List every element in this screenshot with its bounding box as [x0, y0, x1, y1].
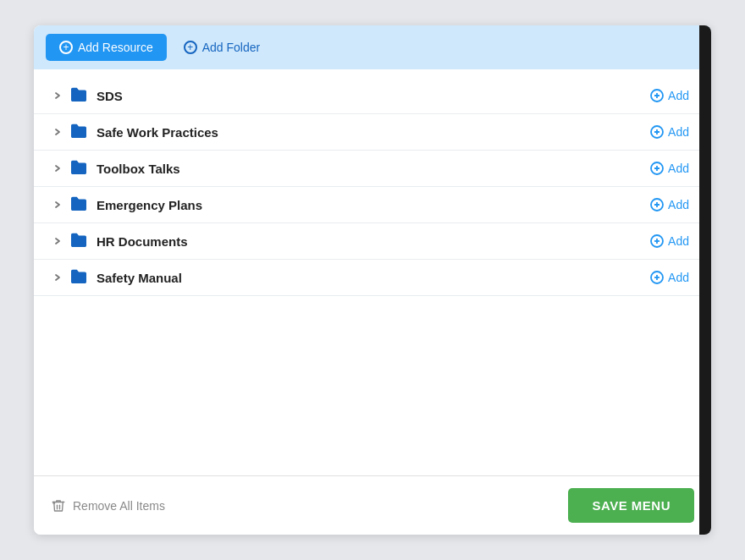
folder-icon — [69, 159, 88, 178]
add-resource-button[interactable]: + Add Resource — [46, 34, 167, 61]
folder-icon — [69, 232, 88, 250]
plus-circle-icon: + — [59, 41, 73, 54]
add-label: Add — [668, 271, 689, 284]
list-item[interactable]: Safety Manual Add — [34, 260, 711, 296]
add-label: Add — [668, 198, 689, 211]
folder-add-button[interactable]: Add — [645, 233, 694, 250]
plus-circle-small-icon — [650, 89, 664, 102]
chevron-right-icon — [51, 89, 64, 102]
plus-circle-icon-2: + — [184, 41, 197, 54]
save-menu-button[interactable]: SAVE MENU — [568, 488, 694, 523]
chevron-right-icon — [51, 271, 64, 284]
remove-all-label: Remove All Items — [73, 499, 165, 513]
folder-name: Safe Work Practices — [97, 125, 645, 140]
add-label: Add — [668, 234, 689, 248]
list-item[interactable]: Toolbox Talks Add — [34, 151, 711, 187]
folder-add-button[interactable]: Add — [645, 196, 694, 213]
chevron-right-icon — [51, 162, 64, 175]
list-item[interactable]: HR Documents Add — [34, 223, 711, 260]
folder-add-button[interactable]: Add — [645, 160, 694, 177]
folder-name: Safety Manual — [97, 271, 645, 285]
plus-circle-small-icon — [650, 162, 664, 175]
plus-circle-small-icon — [650, 125, 664, 139]
plus-circle-small-icon — [650, 234, 664, 248]
folder-icon — [69, 86, 88, 105]
toolbar: + Add Resource + Add Folder — [34, 25, 711, 69]
folder-icon — [69, 268, 88, 287]
plus-circle-small-icon — [650, 271, 664, 284]
remove-all-button[interactable]: Remove All Items — [51, 498, 165, 513]
folder-add-button[interactable]: Add — [645, 87, 694, 104]
folder-name: SDS — [97, 89, 645, 103]
scrollbar[interactable] — [699, 25, 711, 535]
footer: Remove All Items SAVE MENU — [34, 475, 711, 535]
folder-icon — [69, 195, 88, 214]
folder-name: Emergency Plans — [97, 198, 645, 212]
add-folder-button[interactable]: + Add Folder — [184, 41, 260, 54]
chevron-right-icon — [51, 125, 64, 139]
list-item[interactable]: Safe Work Practices Add — [34, 114, 711, 151]
trash-icon — [51, 498, 66, 513]
folder-icon — [69, 123, 88, 141]
add-label: Add — [668, 89, 689, 102]
folder-name: HR Documents — [97, 234, 645, 249]
folder-name: Toolbox Talks — [97, 162, 645, 176]
folder-add-button[interactable]: Add — [645, 124, 694, 140]
chevron-right-icon — [51, 198, 64, 211]
add-label: Add — [668, 125, 689, 139]
folder-add-button[interactable]: Add — [645, 269, 694, 286]
plus-circle-small-icon — [650, 198, 664, 211]
chevron-right-icon — [51, 234, 64, 248]
list-item[interactable]: Emergency Plans Add — [34, 187, 711, 223]
folder-list: SDS Add Safe Work Practices — [34, 69, 711, 475]
add-label: Add — [668, 162, 689, 175]
list-item[interactable]: SDS Add — [34, 78, 711, 114]
